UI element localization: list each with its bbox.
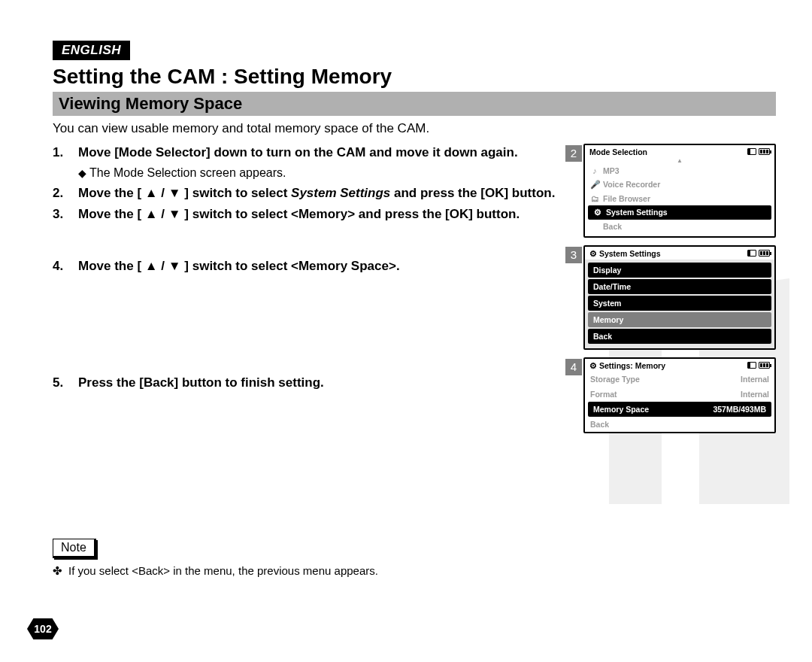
menu-label: Voice Recorder [603,180,660,189]
note-body: If you select <Back> in the menu, the pr… [68,564,378,577]
step-text: and press the [OK] button. [390,186,555,200]
menu-label: System Settings [606,208,668,217]
settings-item-back: Back [588,329,771,344]
memory-card-icon [747,250,756,257]
row-label: Storage Type [590,375,640,384]
steps-list: 1. Move [Mode Selector] down to turn on … [53,144,583,441]
mode-item-back: Back [585,220,774,233]
battery-icon [759,148,770,155]
screen-title-text: Mode Selection [589,147,647,156]
battery-icon [759,362,770,369]
screen-step-badge: 2 [565,145,582,162]
screen-title-text: Settings: Memory [599,361,665,370]
row-label: Format [590,390,617,399]
step-emphasis: System Settings [291,186,390,200]
memory-row-format: FormatInternal [585,387,774,402]
page-number-badge: 102 [27,618,59,639]
page-title: Setting the CAM : Setting Memory [53,65,776,89]
music-icon: ♪ [590,166,599,175]
settings-item-date-time: Date/Time [588,279,771,294]
note-bullet-icon: ✤ [53,564,62,577]
step-number: 3. [53,205,78,224]
battery-icon [759,250,770,257]
step-sub: ◆The Mode Selection screen appears. [78,164,579,181]
intro-text: You can view usable memory and total mem… [53,120,776,138]
row-value: Internal [741,375,769,384]
memory-row-memory-space: Memory Space357MB/493MB [588,402,771,417]
screen-title-text: System Settings [599,249,661,258]
gear-icon: ⚙ [589,361,597,370]
step-2: 2. Move the [ ▲ / ▼ ] switch to select S… [53,184,579,203]
folder-icon: 🗂 [590,194,599,203]
settings-item-display: Display [588,263,771,278]
step-text: Move the [ ▲ / ▼ ] switch to select [78,186,291,200]
memory-card-icon [747,148,756,155]
language-badge: ENGLISH [53,41,130,60]
screens-column: 2 Mode Selection ▲ ♪MP3 🎤Voice Recorder … [583,144,776,441]
step-number: 1. [53,144,78,181]
mode-item-file-browser: 🗂File Browser [585,192,774,205]
row-value: Internal [741,390,769,399]
row-label: Back [590,420,609,429]
screen-settings-memory: 4 ⚙ Settings: Memory Storage TypeInterna… [583,357,776,433]
menu-label: Back [603,222,622,231]
mode-item-mp3: ♪MP3 [585,164,774,178]
row-label: Memory Space [593,405,649,414]
step-1: 1. Move [Mode Selector] down to turn on … [53,144,579,181]
step-number: 2. [53,184,78,203]
step-main: Move the [ ▲ / ▼ ] switch to select <Mem… [78,257,579,276]
settings-item-memory: Memory [588,312,771,327]
mode-item-voice: 🎤Voice Recorder [585,178,774,192]
gear-icon: ⚙ [589,249,597,258]
step-5: 5. Press the [Back] button to finish set… [53,374,579,393]
menu-label: MP3 [603,166,620,175]
memory-row-back: Back [585,417,774,432]
step-3: 3. Move the [ ▲ / ▼ ] switch to select <… [53,205,579,224]
note-text: ✤If you select <Back> in the menu, the p… [53,564,776,578]
step-main: Move the [ ▲ / ▼ ] switch to select Syst… [78,184,579,203]
mode-item-system-settings: ⚙System Settings [588,205,771,220]
screen-step-badge: 3 [565,247,582,263]
menu-label: File Browser [603,194,650,203]
screen-mode-selection: 2 Mode Selection ▲ ♪MP3 🎤Voice Recorder … [583,144,776,238]
screen-step-badge: 4 [565,359,582,375]
step-sub-text: The Mode Selection screen appears. [89,166,286,179]
step-number: 4. [53,257,78,276]
scroll-up-icon: ▲ [585,157,774,164]
mic-icon: 🎤 [590,180,599,190]
gear-icon: ⚙ [593,208,602,217]
step-number: 5. [53,374,78,393]
memory-card-icon [747,362,756,369]
section-title: Viewing Memory Space [53,92,776,116]
settings-item-system: System [588,296,771,311]
step-4: 4. Move the [ ▲ / ▼ ] switch to select <… [53,257,579,276]
step-main: Move [Mode Selector] down to turn on the… [78,144,579,162]
row-value: 357MB/493MB [713,405,766,414]
step-main: Move the [ ▲ / ▼ ] switch to select <Mem… [78,205,579,224]
step-main: Press the [Back] button to finish settin… [78,374,579,393]
bullet-diamond-icon: ◆ [78,167,86,179]
memory-row-storage-type: Storage TypeInternal [585,372,774,387]
manual-page: ENGLISH Setting the CAM : Setting Memory… [0,0,812,662]
note-heading: Note [53,539,96,558]
screen-system-settings: 3 ⚙ System Settings Display Date/Time Sy… [583,245,776,350]
